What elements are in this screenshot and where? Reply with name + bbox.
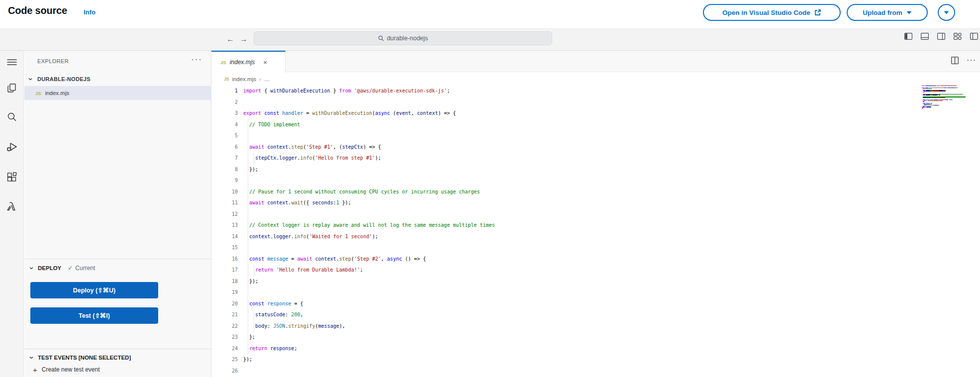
forward-arrow-button[interactable]: →	[240, 35, 248, 44]
code-line[interactable]: body: JSON.stringify(message),	[243, 321, 920, 332]
code-line[interactable]	[243, 209, 920, 220]
folder-label: DURABLE-NODEJS	[37, 76, 91, 82]
search-value: durable-nodejs	[387, 35, 428, 42]
deploy-button[interactable]: Deploy (⇧⌘U)	[30, 282, 158, 298]
plus-icon: +	[33, 366, 37, 374]
code-line[interactable]	[243, 366, 920, 377]
line-number: 4	[211, 119, 238, 131]
code-line[interactable]: };	[243, 332, 920, 343]
toggle-secondary-sidebar-icon[interactable]	[937, 33, 945, 40]
line-number: 21	[211, 309, 238, 321]
line-number: 12	[211, 209, 238, 220]
line-number: 17	[211, 265, 238, 276]
editor-more-actions[interactable]: ···	[967, 56, 976, 65]
deploy-title: DEPLOY	[38, 265, 61, 271]
activity-bar	[0, 51, 24, 377]
info-link[interactable]: Info	[84, 8, 96, 16]
line-number: 25	[211, 354, 238, 366]
line-numbers: 1234567891011121314151617181920212223242…	[211, 86, 238, 377]
explorer-actions-button[interactable]: ···	[191, 55, 202, 65]
line-number: 5	[211, 130, 238, 142]
line-number: 6	[211, 142, 238, 153]
line-number: 15	[211, 242, 238, 254]
run-debug-icon[interactable]	[6, 141, 17, 152]
code-line[interactable]	[243, 97, 920, 108]
js-file-icon: JS	[35, 91, 41, 96]
line-number: 7	[211, 153, 238, 164]
code-line[interactable]: return 'Hello from Durable Lambda!';	[243, 265, 920, 276]
line-number: 23	[211, 332, 238, 343]
lambda-code-source-panel: Code source Info Open in Visual Studio C…	[0, 0, 980, 377]
code-line[interactable]: const message = await context.step('Step…	[243, 254, 920, 265]
code-line[interactable]: statusCode: 200,	[243, 309, 920, 321]
customize-layout-icon[interactable]	[954, 33, 962, 40]
tree-folder-durable-nodejs[interactable]: DURABLE-NODEJS	[24, 73, 211, 86]
code-line[interactable]	[243, 287, 920, 298]
code-line[interactable]	[243, 175, 920, 187]
chevron-down-icon	[29, 355, 34, 360]
open-in-vscode-label: Open in Visual Studio Code	[722, 9, 810, 16]
open-in-vscode-button[interactable]: Open in Visual Studio Code	[703, 4, 841, 21]
search-sidebar-icon[interactable]	[6, 111, 17, 122]
code-editor[interactable]: import { withDurableExecution } from '@a…	[243, 86, 920, 377]
code-line[interactable]: import { withDurableExecution } from '@a…	[243, 86, 920, 97]
line-number: 8	[211, 164, 238, 176]
line-number: 2	[211, 97, 238, 108]
tab-bar	[211, 51, 980, 72]
more-actions-button[interactable]	[938, 4, 955, 21]
indent-guide	[254, 265, 254, 276]
code-line[interactable]: });	[243, 164, 920, 176]
page-title: Code source	[8, 5, 67, 16]
minimap[interactable]	[922, 86, 974, 109]
deploy-section-header[interactable]: DEPLOY ✓ Current	[24, 262, 211, 274]
code-line[interactable]: return response;	[243, 343, 920, 355]
code-line[interactable]: await context.wait({ seconds:1 });	[243, 197, 920, 209]
split-editor-icon[interactable]	[951, 57, 959, 64]
aws-lambda-icon[interactable]	[6, 201, 17, 212]
chevron-down-icon	[28, 77, 33, 82]
close-tab-icon[interactable]: ×	[263, 59, 267, 66]
code-line[interactable]: // TODO implement	[243, 119, 920, 131]
back-arrow-button[interactable]: ←	[226, 35, 234, 44]
code-line[interactable]	[243, 242, 920, 254]
chevron-down-icon	[29, 266, 34, 271]
breadcrumb-file[interactable]: index.mjs	[232, 76, 256, 82]
editor-actions: ···	[951, 56, 976, 65]
code-line[interactable]: });	[243, 276, 920, 287]
breadcrumb-symbol[interactable]: …	[264, 76, 270, 82]
test-button[interactable]: Test (⇧⌘I)	[30, 307, 158, 324]
code-line[interactable]: export const handler = withDurableExecut…	[243, 108, 920, 119]
toggle-panel-icon[interactable]	[921, 33, 929, 40]
upload-from-button[interactable]: Upload from	[847, 4, 928, 21]
code-line[interactable]: // Context logger is replay aware and wi…	[243, 220, 920, 231]
create-test-event-label: Create new test event	[42, 366, 100, 373]
line-number: 18	[211, 276, 238, 287]
menu-icon[interactable]	[6, 57, 17, 68]
tab-index-mjs[interactable]: JS index.mjs ×	[211, 51, 286, 73]
code-line[interactable]: });	[243, 354, 920, 366]
explorer-icon[interactable]	[6, 83, 17, 94]
code-line[interactable]: const response = {	[243, 298, 920, 310]
command-center-search[interactable]: durable-nodejs	[254, 31, 552, 45]
tab-label: index.mjs	[230, 59, 255, 66]
test-events-section-header[interactable]: TEST EVENTS [NONE SELECTED]	[24, 352, 211, 364]
code-line[interactable]: await context.step('Step #1', (stepCtx) …	[243, 142, 920, 153]
indent-guide	[254, 309, 254, 332]
create-test-event-button[interactable]: + Create new test event	[24, 364, 211, 376]
extensions-icon[interactable]	[6, 172, 17, 183]
line-number: 26	[211, 366, 238, 377]
caret-down-icon	[944, 11, 949, 14]
caret-down-icon	[906, 11, 912, 14]
code-line[interactable]: stepCtx.logger.info('Hello from step #1'…	[243, 153, 920, 164]
tree-file-index-mjs[interactable]: JS index.mjs	[24, 86, 211, 100]
toggle-primary-sidebar-icon[interactable]	[904, 33, 912, 40]
line-number: 14	[211, 231, 238, 243]
code-line[interactable]: context.logger.info('Waited for 1 second…	[243, 231, 920, 243]
breadcrumb-separator: ›	[259, 76, 261, 82]
file-label: index.mjs	[45, 90, 70, 96]
toggle-editor-layout-icon[interactable]	[970, 33, 978, 40]
code-line[interactable]	[243, 130, 920, 142]
breadcrumb[interactable]: JS index.mjs › …	[224, 73, 270, 86]
code-line[interactable]: // Pause for 1 second without consuming …	[243, 187, 920, 198]
indent-guide	[248, 119, 248, 355]
